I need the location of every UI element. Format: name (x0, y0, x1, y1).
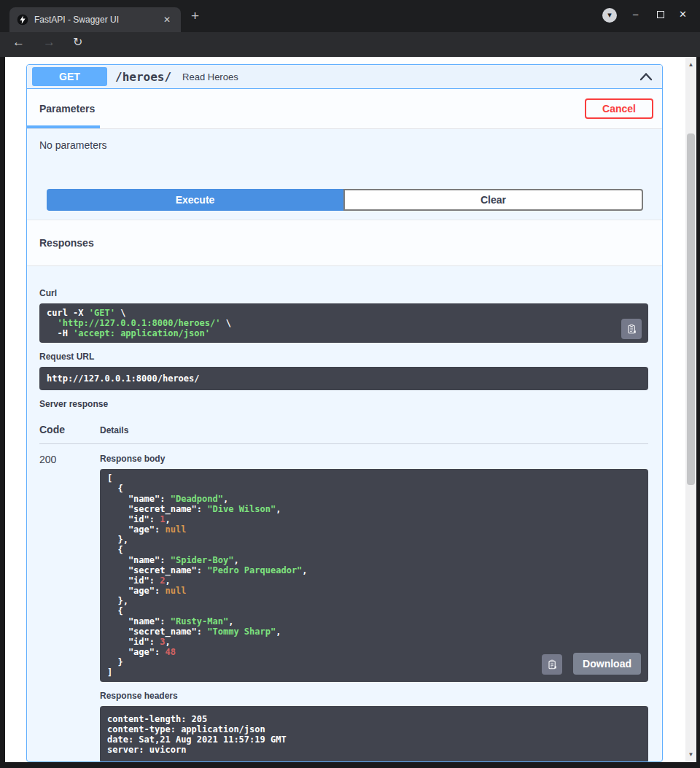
response-headers-label: Response headers (100, 691, 648, 701)
response-body-controls: Download (542, 653, 641, 675)
browser-titlebar: FastAPI - Swagger UI ✕ + ▾ – ✕ (0, 0, 700, 32)
forward-icon[interactable]: → (43, 35, 55, 50)
copy-curl-button[interactable] (621, 319, 642, 339)
operation-summary[interactable]: GET /heroes/ Read Heroes (27, 65, 662, 89)
status-code: 200 (39, 454, 100, 762)
curl-label: Curl (39, 288, 648, 298)
response-details: Response body [ { "name": "Deadpond", "s… (100, 454, 648, 762)
request-url-block: http://127.0.0.1:8000/heroes/ (39, 367, 648, 390)
tab-parameters[interactable]: Parameters (39, 103, 95, 115)
parameters-tab-underline (27, 125, 100, 128)
collapse-button[interactable] (639, 71, 653, 82)
swagger-page: GET /heroes/ Read Heroes Parameters Canc… (5, 57, 685, 762)
operation-path: /heroes/ (115, 70, 171, 84)
download-button[interactable]: Download (573, 653, 641, 675)
responses-section-header: Responses (27, 220, 662, 266)
window-close-button[interactable]: ✕ (679, 9, 687, 20)
browser-toolbar: ← → ↻ ⓘ 127.0.0.1:8000/docs#/default/rea… (0, 32, 700, 57)
tab-close-icon[interactable]: ✕ (160, 13, 174, 26)
chevron-up-icon (639, 71, 653, 82)
maximize-button[interactable] (657, 11, 664, 18)
server-response-label: Server response (39, 399, 648, 409)
response-body-label: Response body (100, 454, 648, 464)
scrollbar-thumb[interactable] (687, 133, 695, 485)
clear-button[interactable]: Clear (343, 189, 643, 211)
response-row-200: 200 Response body [ { "name": "Deadpond"… (39, 454, 648, 762)
scroll-down-icon[interactable]: ▼ (685, 751, 696, 758)
response-body-block: [ { "name": "Deadpond", "secret_name": "… (100, 469, 648, 682)
code-column-header: Code (39, 424, 100, 435)
minimize-button[interactable]: – (633, 9, 638, 20)
operation-panel-get-heroes: GET /heroes/ Read Heroes Parameters Canc… (26, 64, 663, 762)
execute-button[interactable]: Execute (47, 189, 343, 211)
clipboard-icon (547, 659, 558, 670)
operation-description: Read Heroes (182, 71, 238, 82)
execute-row: Execute Clear (47, 189, 643, 211)
request-url-value: http://127.0.0.1:8000/heroes/ (47, 373, 200, 384)
response-table-header: Code Details (39, 424, 648, 444)
browser-tab[interactable]: FastAPI - Swagger UI ✕ (9, 7, 181, 32)
responses-body: Curl curl -X 'GET' \ 'http://127.0.0.1:8… (27, 266, 662, 762)
parameters-body: No parameters Execute Clear (27, 129, 662, 220)
responses-title: Responses (39, 237, 94, 249)
back-icon[interactable]: ← (12, 35, 25, 50)
reload-icon[interactable]: ↻ (73, 35, 82, 49)
scroll-up-icon[interactable]: ▲ (685, 61, 696, 68)
method-badge[interactable]: GET (32, 67, 107, 86)
page-scrollbar[interactable]: ▲ ▼ (685, 57, 696, 762)
no-parameters-text: No parameters (39, 139, 662, 151)
copy-response-button[interactable] (542, 654, 562, 675)
tab-title: FastAPI - Swagger UI (34, 15, 160, 25)
response-headers-block: content-length: 205content-type: applica… (100, 706, 648, 762)
request-url-label: Request URL (39, 352, 648, 362)
curl-command-block: curl -X 'GET' \ 'http://127.0.0.1:8000/h… (39, 303, 648, 343)
cancel-button[interactable]: Cancel (585, 98, 653, 119)
details-column-header: Details (100, 425, 128, 435)
parameters-section-header: Parameters Cancel (27, 89, 662, 129)
clipboard-icon (626, 324, 637, 335)
new-tab-button[interactable]: + (191, 7, 199, 25)
downloads-button[interactable]: ▾ (602, 8, 617, 23)
fastapi-favicon-icon (17, 14, 28, 26)
